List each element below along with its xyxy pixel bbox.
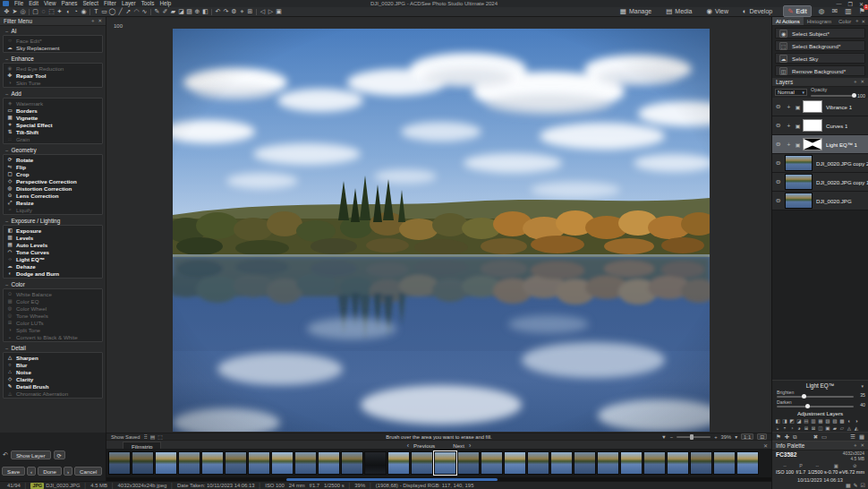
previous-arrow-icon[interactable]: ‹ xyxy=(407,442,409,449)
adjustment-settings-icon[interactable]: ▣ xyxy=(793,123,803,129)
filmstrip-thumbnail-16[interactable] xyxy=(457,451,480,475)
filmstrip-thumbnail-21[interactable] xyxy=(574,451,596,475)
undo-arrow-icon[interactable]: ↶ xyxy=(3,451,8,459)
adjustment-type-icon-7[interactable]: ▦ xyxy=(817,417,824,425)
filter-section-ai[interactable]: −AI xyxy=(2,27,104,35)
filmstrip-thumbnail-20[interactable] xyxy=(550,451,573,475)
filter-detail-brush[interactable]: ✎Detail Brush xyxy=(4,382,102,390)
adjustment-type-icon-1[interactable]: ◧ xyxy=(774,417,781,425)
tab-ai-actions[interactable]: AI Actions xyxy=(772,17,804,25)
filmstrip-thumbnail-22[interactable] xyxy=(597,451,619,475)
filter-sky-replacement[interactable]: ☁Sky Replacement xyxy=(4,44,102,51)
show-layer-button[interactable]: Show Layer xyxy=(11,450,51,459)
filmstrip-thumbnail-13[interactable] xyxy=(387,451,410,475)
menu-filter[interactable]: Filter xyxy=(101,0,119,6)
pencil-tool[interactable]: ✎ xyxy=(153,7,161,16)
filter-section-enhance[interactable]: −Enhance xyxy=(2,55,104,63)
redo-button[interactable]: ↷ xyxy=(222,7,230,16)
filter-exposure[interactable]: ◧Exposure xyxy=(4,227,102,234)
ai-action-select-sky[interactable]: ☁Select Sky xyxy=(775,53,865,64)
filter-vignette[interactable]: ▣Vignette xyxy=(4,114,102,121)
filmstrip-thumbnail-4[interactable] xyxy=(178,451,200,475)
collapse-icon[interactable]: − xyxy=(5,148,9,153)
slider-brighten-track[interactable] xyxy=(777,396,854,398)
mode-media[interactable]: ▤Media xyxy=(662,6,695,16)
eye-icon[interactable]: ⊙ xyxy=(776,141,785,148)
zoom-slider[interactable] xyxy=(677,436,711,438)
adjustment-type-icon-4[interactable]: ◪ xyxy=(796,417,803,425)
adjustment-type-icon-11[interactable]: ◐ xyxy=(846,417,853,425)
filmstrip-thumbnail-11[interactable] xyxy=(341,451,363,475)
filter-auto-levels[interactable]: ▤Auto Levels xyxy=(4,241,102,248)
pin-icon[interactable]: ⌖ xyxy=(854,442,856,449)
filter-borders[interactable]: ▭Borders xyxy=(4,107,102,114)
filter-special-effect[interactable]: ✦Special Effect xyxy=(4,121,102,128)
preview-toggle-icon[interactable]: ⬚ xyxy=(157,434,162,440)
filter-section-geometry[interactable]: −Geometry xyxy=(2,146,104,154)
dodge-burn-tool[interactable]: ▨ xyxy=(185,7,193,16)
next-button[interactable]: Next xyxy=(453,442,464,449)
filter-light-eq[interactable]: ☼Light EQ™ xyxy=(4,255,102,262)
pin-icon[interactable]: ⌖ xyxy=(91,18,94,24)
adjustment-type-icon-13[interactable]: ◒ xyxy=(774,425,781,432)
filmstrip-thumbnail-17[interactable] xyxy=(481,451,503,475)
mode-edit[interactable]: ✎Edit xyxy=(783,5,811,17)
collapse-icon[interactable]: − xyxy=(5,282,9,287)
adjustment-type-icon-9[interactable]: ▨ xyxy=(831,417,838,425)
filter-section-exposure-lighting[interactable]: −Exposure / Lighting xyxy=(2,217,104,225)
pan-tool[interactable]: ✥ xyxy=(3,7,11,16)
adjustment-settings-icon[interactable]: ▣ xyxy=(793,142,803,148)
layer-grid-icon[interactable]: ▦ xyxy=(859,433,864,441)
filmstrip-thumbnail-18[interactable] xyxy=(504,451,526,475)
filter-section-color[interactable]: −Color xyxy=(2,280,104,288)
curve-tool[interactable]: ◠ xyxy=(132,7,140,16)
layer-dji-0020-jpg[interactable]: ⊙DJI_0020.JPG xyxy=(772,192,868,210)
view-next-button[interactable]: ▷ xyxy=(267,7,275,16)
snap-button[interactable]: ⌖ xyxy=(238,7,246,16)
split-view-icon[interactable]: ⠿ xyxy=(144,434,148,440)
view-prev-button[interactable]: ◁ xyxy=(259,7,267,16)
filter-crop[interactable]: ▢Crop xyxy=(4,170,102,177)
zoom-percent[interactable]: 39% xyxy=(721,434,732,440)
filmstrip-thumbnail-10[interactable] xyxy=(318,451,340,475)
filmstrip-thumbnail-6[interactable] xyxy=(225,451,247,475)
dashboard-icon[interactable]: ▥ xyxy=(845,7,852,15)
fit-image-button[interactable]: ⊡ xyxy=(757,433,767,440)
filter-levels[interactable]: ▥Levels xyxy=(4,234,102,241)
adjustment-type-icon-18[interactable]: ⊠ xyxy=(810,425,817,432)
blend-mode-select[interactable]: Normal ▾ xyxy=(775,89,807,96)
zoom-dropdown-icon[interactable]: ▾ xyxy=(735,434,737,440)
adjustment-type-icon-10[interactable]: ▩ xyxy=(838,417,846,425)
layer-dji-0020-jpg-copy-2[interactable]: ⊙DJI_0020.JPG copy 2 xyxy=(772,154,868,173)
filmstrip-thumbnail-8[interactable] xyxy=(271,451,294,475)
tab-color[interactable]: Color xyxy=(835,17,855,25)
adjustment-type-icon-20[interactable]: ▣ xyxy=(824,425,831,432)
zoom-out-button[interactable]: − xyxy=(670,434,673,440)
collapse-icon[interactable]: − xyxy=(5,346,9,351)
filmstrip-thumbnail-9[interactable] xyxy=(294,451,317,475)
notifications-icon[interactable]: ⚑1 xyxy=(859,7,865,15)
menu-help[interactable]: Help xyxy=(157,0,174,6)
filmstrip-thumbnail-5[interactable] xyxy=(201,451,224,475)
slider-darken-track[interactable] xyxy=(777,406,854,408)
mode-manage[interactable]: ▦Manage xyxy=(617,6,655,16)
arrow-tool[interactable]: ➚ xyxy=(124,7,132,16)
acdsee-365-icon[interactable]: ◍ xyxy=(819,7,825,15)
opacity-slider[interactable] xyxy=(811,95,854,97)
freehand-tool[interactable]: ∿ xyxy=(140,7,149,16)
filter-distortion-correction[interactable]: ◎Distortion Correction xyxy=(4,184,102,192)
marquee-select-tool[interactable]: ⬚ xyxy=(47,7,55,16)
filter-flip[interactable]: ⇋Flip xyxy=(4,163,102,170)
filmstrip-thumbnail-23[interactable] xyxy=(620,451,642,475)
close-icon[interactable]: ✕ xyxy=(98,18,102,24)
adjustment-type-icon-23[interactable]: ◬ xyxy=(846,425,853,432)
adjustment-type-icon-5[interactable]: ▤ xyxy=(803,417,810,425)
filter-section-detail[interactable]: −Detail xyxy=(2,344,104,352)
brush-tool[interactable]: ✐ xyxy=(161,7,169,16)
slider-handle[interactable] xyxy=(802,394,806,399)
filmstrip-thumbnail-26[interactable] xyxy=(690,451,712,475)
external-editor-button[interactable]: ▣ xyxy=(275,7,283,16)
color-swatches[interactable]: ◧ xyxy=(201,7,209,16)
collapse-icon[interactable]: − xyxy=(5,219,9,224)
filmstrip-thumbnail-12[interactable] xyxy=(364,451,387,475)
